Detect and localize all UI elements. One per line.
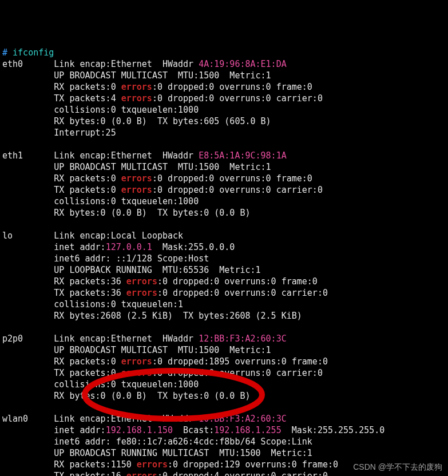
command-text: ifconfig xyxy=(13,47,54,58)
hwaddr-value: 12:BB:F3:A2:60:3C xyxy=(199,334,287,344)
iface-name: eth1 xyxy=(2,150,23,161)
iface-name: eth0 xyxy=(2,59,23,69)
hwaddr-value: 4A:19:96:8A:E1:DA xyxy=(199,59,287,69)
hwaddr-value: E8:5A:1A:9C:98:1A xyxy=(199,150,287,161)
prompt-hash: # xyxy=(2,47,7,58)
iface-name: p2p0 xyxy=(2,334,23,344)
link-encap-label: Link encap: xyxy=(54,59,110,69)
inet-addr-value: 192.168.1.150 xyxy=(106,425,173,435)
errors-label: errors xyxy=(121,82,152,92)
terminal-output: # ifconfig eth0 Link encap:Ethernet HWad… xyxy=(0,46,448,476)
iface-name: wlan0 xyxy=(2,414,28,424)
inet-addr-value: 127.0.0.1 xyxy=(106,242,152,252)
bcast-value: 192.168.1.255 xyxy=(214,425,281,435)
watermark-text: CSDN @学不下去的废狗 xyxy=(353,461,442,473)
hwaddr-value: 10:BB:F3:A2:60:3C xyxy=(199,414,287,424)
iface-name: lo xyxy=(2,231,13,241)
